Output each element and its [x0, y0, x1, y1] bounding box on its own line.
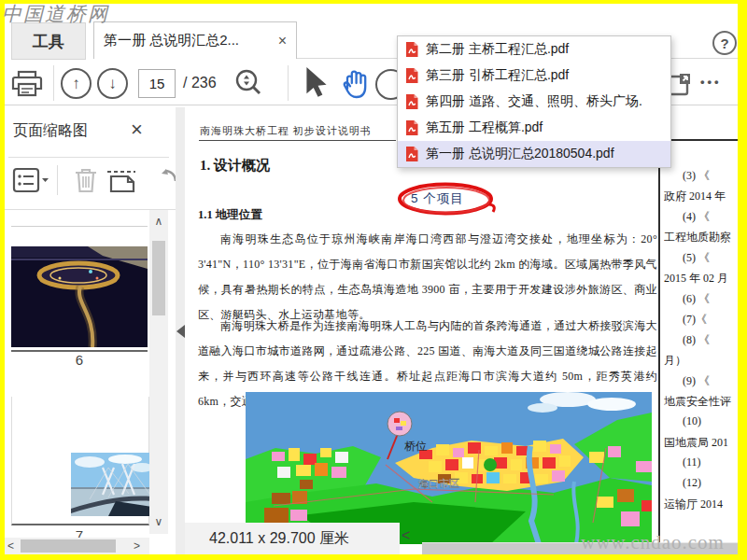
rotate-page-button[interactable]	[158, 165, 176, 195]
planning-map-image: 桥位 海口市区	[246, 392, 652, 544]
map-bridge-label: 桥位	[404, 440, 427, 453]
popup-item-pdf-selected[interactable]: 第一册 总说明汇总20180504.pdf	[398, 141, 670, 167]
scroll-up-icon[interactable]: ∧	[149, 210, 168, 228]
page-down-button[interactable]: ↓	[97, 68, 128, 99]
help-button[interactable]: ?	[712, 31, 737, 55]
page-up-button[interactable]: ↑	[61, 68, 92, 99]
crop-page-icon	[106, 166, 139, 194]
frame-border-top	[0, 0, 747, 4]
thumbnail-page-6[interactable]	[11, 226, 148, 352]
horizontal-scrollbar-thumb[interactable]	[21, 539, 116, 553]
subsection-heading: 1.1 地理位置	[198, 207, 262, 223]
page-7-preview-image	[71, 453, 152, 516]
status-bar: 42.011 x 29.700 厘米	[185, 523, 400, 554]
column2-header-rule	[669, 139, 739, 141]
frame-border-bottom	[0, 554, 747, 560]
page-total-label: / 236	[183, 75, 217, 91]
page-number-input[interactable]	[138, 69, 176, 98]
toolbar-separator	[288, 65, 289, 101]
thumbnails-vertical-scrollbar[interactable]: ∧ ∨	[149, 210, 168, 534]
magnifier-icon	[233, 67, 266, 101]
thumbnail-page-7[interactable]	[11, 397, 149, 525]
popup-item-label: 第四册 道路、交通、照明、桥头广场.	[426, 93, 642, 110]
pdf-file-icon	[405, 119, 419, 136]
pdf-file-icon	[405, 41, 419, 58]
page-6-preview-image	[11, 246, 148, 347]
tab-tools[interactable]: 工具	[11, 22, 86, 60]
section-heading: 1. 设计概况	[200, 157, 270, 175]
printer-icon	[11, 69, 43, 99]
hand-tool-button[interactable]	[336, 65, 374, 103]
site-watermark-top: 中国道桥网	[2, 1, 109, 27]
header-underline	[199, 140, 396, 141]
vertical-scrollbar-thumb[interactable]	[152, 241, 165, 315]
tab-close-icon[interactable]: ×	[278, 34, 287, 49]
popup-item-pdf[interactable]: 第五册 工程概算.pdf	[398, 115, 670, 141]
scroll-right-icon[interactable]: >	[134, 539, 140, 553]
pdf-file-icon	[405, 67, 419, 84]
attachments-popup: 第二册 主桥工程汇总.pdf 第三册 引桥工程汇总.pdf 第四册 道路、交通、…	[397, 35, 671, 168]
popup-item-label: 第五册 工程概算.pdf	[426, 119, 543, 136]
panel-tools-separator	[57, 165, 58, 195]
app-window: 工具 第一册 总说明汇总2... × ? ↑ ↓ / 236	[0, 0, 747, 560]
thumbnails-horizontal-scrollbar[interactable]: < >	[5, 538, 149, 554]
cursor-icon	[305, 67, 328, 99]
tab-document[interactable]: 第一册 总说明汇总2... ×	[93, 21, 297, 59]
select-tool-button[interactable]	[305, 67, 328, 99]
page-6-label: 6	[11, 352, 148, 368]
popup-item-pdf[interactable]: 第三册 引桥工程汇总.pdf	[398, 63, 670, 89]
scroll-down-icon[interactable]: ∨	[149, 515, 168, 528]
crop-page-button[interactable]	[106, 166, 139, 194]
popup-item-label: 第一册 总说明汇总20180504.pdf	[426, 146, 614, 162]
pdf-file-icon	[405, 146, 419, 162]
popup-item-pdf[interactable]: 第二册 主桥工程汇总.pdf	[398, 36, 670, 63]
site-watermark-bottom: www.cndao.com	[581, 531, 725, 554]
column2-text: (3) 《 政府 2014 年 (4) 《 工程地质勘察 (5) 《 2015 …	[664, 168, 740, 511]
delete-page-button[interactable]	[72, 165, 100, 195]
tab-document-label: 第一册 总说明汇总2...	[104, 32, 271, 49]
print-button[interactable]	[11, 69, 43, 99]
hand-icon	[336, 65, 374, 103]
panel-collapse-handle[interactable]	[176, 325, 185, 338]
scroll-left-icon[interactable]: <	[7, 539, 14, 553]
annotation-label: 5 个项目	[411, 190, 464, 207]
panel-divider	[8, 157, 169, 158]
panel-title: 页面缩略图	[13, 121, 88, 141]
frame-border-left	[0, 0, 5, 560]
paragraph-1: 南海明珠生态岛位于琼州海峡南岸海口湾西部与澄迈湾交接处，地理坐标为：20° 3'…	[198, 227, 657, 328]
rotate-icon	[158, 165, 176, 195]
doc-scroll-left-button[interactable]: <	[402, 527, 410, 544]
popup-item-label: 第二册 主桥工程汇总.pdf	[426, 41, 569, 58]
thumbnail-options-button[interactable]	[12, 166, 49, 194]
page-edge-line	[658, 140, 660, 555]
thumbnails-panel: 页面缩略图 ×	[5, 107, 176, 554]
popup-item-label: 第三册 引桥工程汇总.pdf	[426, 67, 569, 84]
zoom-select-button[interactable]	[233, 67, 266, 101]
trash-icon	[72, 165, 100, 195]
page-size-label: 42.011 x 29.700 厘米	[185, 529, 349, 549]
frame-border-right	[738, 0, 747, 560]
popup-item-pdf[interactable]: 第四册 道路、交通、照明、桥头广场.	[398, 89, 670, 115]
map-city-label: 海口市区	[418, 478, 459, 489]
list-options-icon	[12, 166, 49, 194]
running-header: 南海明珠大桥工程 初步设计说明书	[200, 124, 372, 138]
toolbar-separator	[53, 65, 54, 101]
document-page: 南海明珠大桥工程 初步设计说明书 1. 设计概况 1.1 地理位置 南海明珠生态…	[185, 107, 739, 554]
pdf-file-icon	[405, 93, 419, 110]
more-tools-button[interactable]: •••	[700, 75, 722, 89]
panel-close-button[interactable]: ×	[131, 118, 143, 142]
